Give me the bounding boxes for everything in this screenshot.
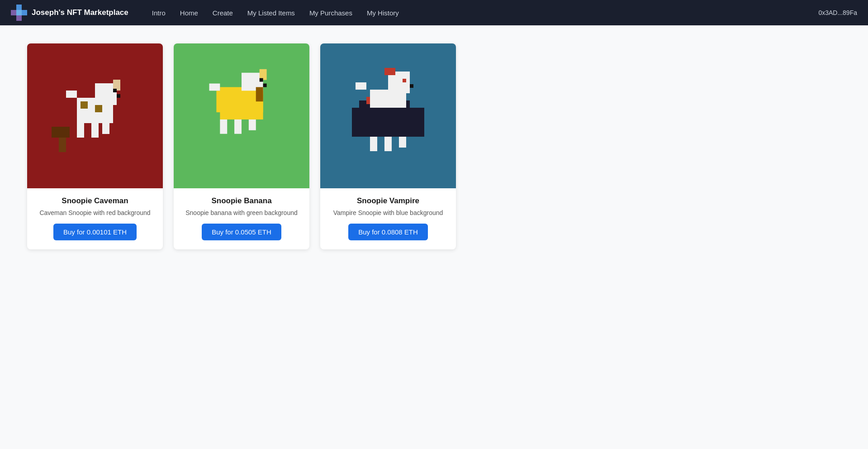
svg-rect-4 xyxy=(16,15,22,21)
svg-rect-14 xyxy=(81,101,88,109)
svg-rect-30 xyxy=(352,108,366,137)
nav-link-intro[interactable]: Intro xyxy=(147,6,171,19)
svg-rect-38 xyxy=(356,82,366,90)
svg-rect-3 xyxy=(22,10,27,15)
card-desc-caveman: Caveman Snoopie with red background xyxy=(39,209,150,216)
svg-rect-2 xyxy=(16,10,22,15)
card-image-caveman xyxy=(27,43,163,188)
nav-link-listed[interactable]: My Listed Items xyxy=(242,6,300,19)
svg-rect-36 xyxy=(403,79,406,82)
nav-link-create[interactable]: Create xyxy=(207,6,238,19)
card-image-banana xyxy=(174,43,309,188)
vampire-pixel-art xyxy=(334,57,442,175)
nft-card-banana: Snoopie Banana Snoopie banana with green… xyxy=(174,43,309,249)
nav-brand-text: Joseph's NFT Marketplace xyxy=(32,8,128,17)
nft-card-vampire: Snoopie Vampire Vampire Snoopie with blu… xyxy=(320,43,456,249)
main-content: Snoopie Caveman Caveman Snoopie with red… xyxy=(0,25,868,267)
svg-rect-40 xyxy=(384,137,392,151)
buy-button-banana[interactable]: Buy for 0.0505 ETH xyxy=(202,224,281,240)
card-body-banana: Snoopie Banana Snoopie banana with green… xyxy=(174,188,309,249)
svg-rect-11 xyxy=(91,123,99,138)
navbar: Joseph's NFT Marketplace Intro Home Crea… xyxy=(0,0,868,25)
card-body-caveman: Snoopie Caveman Caveman Snoopie with red… xyxy=(27,188,163,249)
svg-rect-27 xyxy=(209,84,220,91)
svg-rect-1 xyxy=(11,10,16,15)
svg-rect-8 xyxy=(113,89,117,92)
nft-card-caveman: Snoopie Caveman Caveman Snoopie with red… xyxy=(27,43,163,249)
svg-rect-22 xyxy=(263,84,267,87)
card-body-vampire: Snoopie Vampire Vampire Snoopie with blu… xyxy=(320,188,456,249)
wallet-address: 0x3AD...89Fa xyxy=(818,9,857,16)
svg-rect-17 xyxy=(52,127,70,138)
svg-rect-35 xyxy=(384,68,395,75)
svg-rect-39 xyxy=(370,137,377,151)
nav-link-home[interactable]: Home xyxy=(175,6,204,19)
card-title-vampire: Snoopie Vampire xyxy=(357,196,419,205)
buy-button-vampire[interactable]: Buy for 0.0808 ETH xyxy=(348,224,428,240)
svg-rect-10 xyxy=(77,123,84,138)
svg-rect-26 xyxy=(249,119,256,130)
svg-rect-28 xyxy=(256,87,263,101)
card-title-caveman: Snoopie Caveman xyxy=(62,196,128,205)
svg-rect-41 xyxy=(399,137,406,148)
logo-icon xyxy=(11,5,27,21)
svg-rect-0 xyxy=(16,5,22,10)
card-desc-banana: Snoopie banana with green background xyxy=(185,209,298,216)
svg-rect-12 xyxy=(102,123,109,134)
buy-button-caveman[interactable]: Buy for 0.00101 ETH xyxy=(53,224,137,240)
svg-rect-13 xyxy=(66,91,77,98)
svg-rect-31 xyxy=(410,108,424,137)
nav-logo[interactable]: Joseph's NFT Marketplace xyxy=(11,5,128,21)
nft-cards-grid: Snoopie Caveman Caveman Snoopie with red… xyxy=(27,43,841,249)
nav-link-history[interactable]: My History xyxy=(361,6,404,19)
nav-links: Intro Home Create My Listed Items My Pur… xyxy=(147,6,810,19)
svg-rect-24 xyxy=(220,119,227,134)
card-image-vampire xyxy=(320,43,456,188)
svg-rect-21 xyxy=(260,78,263,82)
svg-rect-37 xyxy=(410,84,413,88)
nav-link-purchases[interactable]: My Purchases xyxy=(304,6,358,19)
caveman-pixel-art xyxy=(41,62,149,170)
svg-rect-9 xyxy=(117,94,120,98)
card-title-banana: Snoopie Banana xyxy=(211,196,271,205)
banana-pixel-art xyxy=(187,55,296,177)
svg-rect-15 xyxy=(95,105,102,112)
svg-rect-25 xyxy=(234,119,242,134)
card-desc-vampire: Vampire Snoopie with blue background xyxy=(333,209,443,216)
